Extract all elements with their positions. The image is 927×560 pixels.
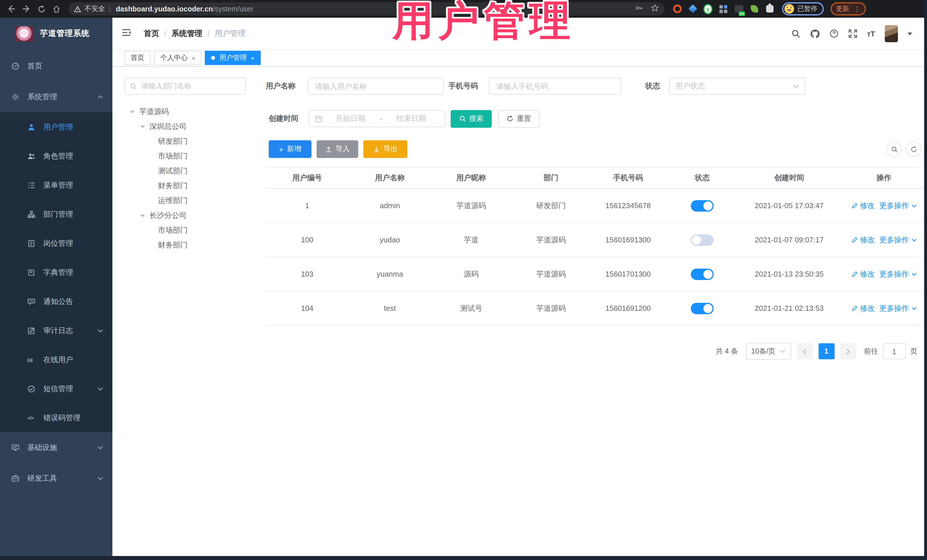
edit-link[interactable]: 修改 [851, 200, 875, 211]
extension-onetab-icon[interactable]: on [734, 4, 743, 14]
more-actions-link[interactable]: 更多操作 [879, 269, 916, 279]
breadcrumb-system[interactable]: 系统管理 [172, 29, 202, 39]
status-toggle[interactable] [691, 302, 714, 314]
sidebar-item-users[interactable]: 用户管理 [0, 112, 112, 141]
page-number-button[interactable]: 1 [818, 343, 834, 359]
prev-page-button[interactable] [797, 343, 813, 359]
help-icon[interactable] [829, 29, 838, 38]
sidebar-item-posts[interactable]: 岗位管理 [0, 229, 112, 258]
tree-node-company[interactable]: 深圳总公司 [125, 119, 258, 134]
edit-link[interactable]: 修改 [851, 235, 875, 245]
status-select[interactable]: 用户状态 [669, 77, 805, 95]
sidebar-item-error-codes[interactable]: </> 错误码管理 [0, 403, 112, 432]
bookmark-star-icon[interactable] [651, 4, 659, 14]
caret-down-icon[interactable] [140, 125, 145, 128]
search-button[interactable]: 搜索 [451, 110, 492, 127]
status-toggle[interactable] [691, 200, 714, 211]
avatar-caret-icon[interactable] [907, 32, 912, 35]
tree-node-company[interactable]: 长沙分公司 [125, 208, 258, 223]
sidebar-item-system[interactable]: 系统管理 [0, 82, 112, 112]
username-input[interactable] [314, 81, 438, 91]
browser-profile-chip[interactable]: 已暂停 [782, 2, 824, 15]
date-range-picker[interactable]: 开始日期 - 结束日期 [308, 110, 445, 127]
caret-down-icon[interactable] [130, 110, 135, 113]
username-field[interactable] [307, 77, 444, 95]
status-toggle[interactable] [691, 268, 714, 280]
more-actions-link[interactable]: 更多操作 [879, 235, 916, 245]
sidebar-collapse-icon[interactable] [122, 28, 131, 39]
user-avatar[interactable] [885, 25, 898, 42]
url-bar[interactable]: 不安全 dashboard.yudao.iocoder.cn/system/us… [68, 2, 664, 15]
export-button[interactable]: 导出 [363, 140, 407, 158]
sidebar-item-infrastructure[interactable]: 基础设施 [0, 432, 112, 463]
goto-page-input[interactable] [883, 343, 906, 359]
breadcrumb-separator: / [164, 29, 167, 38]
sidebar-item-notices[interactable]: 通知公告 [0, 287, 112, 316]
tree-node-dept[interactable]: 研发部门 [125, 134, 258, 149]
reset-button[interactable]: 重置 [498, 110, 539, 127]
refresh-table-button[interactable] [906, 141, 921, 157]
edit-link[interactable]: 修改 [851, 303, 875, 313]
tab-profile[interactable]: 个人中心 × [154, 51, 202, 65]
fullscreen-icon[interactable] [848, 29, 857, 38]
tree-node-root[interactable]: 芋道源码 [125, 104, 258, 119]
kebab-menu-icon[interactable]: ⋮ [854, 6, 860, 12]
extensions-puzzle-icon[interactable] [765, 4, 774, 14]
sidebar-item-home[interactable]: 首页 [0, 51, 112, 82]
tree-node-dept[interactable]: 财务部门 [125, 179, 258, 193]
browser-update-button[interactable]: 更新 ⋮ [830, 2, 866, 15]
mobile-input[interactable] [495, 81, 615, 91]
window-right-scrollbar[interactable] [924, 0, 927, 560]
add-button[interactable]: + 新增 [269, 140, 312, 158]
tree-node-dept[interactable]: 运维部门 [125, 193, 258, 208]
close-icon[interactable]: × [251, 55, 254, 61]
sidebar-item-sms[interactable]: 短信管理 [0, 374, 112, 403]
sidebar-item-online-users[interactable]: (a) 在线用户 [0, 345, 112, 374]
sidebar-item-audit-logs[interactable]: 审计日志 [0, 316, 112, 345]
font-size-icon[interactable]: тT [867, 29, 875, 38]
mobile-field[interactable] [489, 77, 621, 95]
caret-down-icon[interactable] [140, 214, 145, 217]
sidebar-item-dev-tools[interactable]: 研发工具 [0, 463, 112, 494]
mobile-label: 手机号码 [448, 81, 484, 91]
extension-ubuntu-icon[interactable] [673, 4, 682, 14]
tab-user-management[interactable]: 用户管理 × [205, 51, 261, 65]
close-icon[interactable]: × [191, 55, 195, 61]
tree-node-dept[interactable]: 市场部门 [125, 149, 258, 164]
search-icon[interactable] [791, 29, 800, 38]
department-search[interactable] [125, 77, 246, 95]
extension-grid-icon[interactable] [719, 4, 728, 14]
import-button[interactable]: 导入 [317, 140, 358, 158]
more-actions-link[interactable]: 更多操作 [879, 303, 916, 313]
tab-home[interactable]: 首页 [125, 51, 150, 65]
github-icon[interactable] [810, 29, 819, 38]
sidebar-item-menus[interactable]: 菜单管理 [0, 170, 112, 200]
breadcrumb-home[interactable]: 首页 [144, 29, 159, 39]
app-logo-row[interactable]: 芋道管理系统 [0, 18, 112, 50]
more-actions-link[interactable]: 更多操作 [879, 200, 916, 211]
page-size-select[interactable]: 10条/页 [746, 343, 791, 360]
sidebar-item-departments[interactable]: 部门管理 [0, 200, 112, 229]
extension-leaf-icon[interactable] [749, 4, 759, 14]
status-toggle[interactable] [691, 234, 714, 246]
tree-node-dept[interactable]: 市场部门 [125, 223, 258, 238]
url-path[interactable]: /system/user [213, 5, 253, 13]
key-icon[interactable] [635, 4, 643, 14]
tree-node-dept[interactable]: 财务部门 [125, 238, 258, 253]
forward-icon[interactable] [22, 5, 31, 13]
cell-dept: 芋道源码 [511, 269, 591, 279]
toggle-search-icon-button[interactable] [886, 141, 902, 157]
url-host[interactable]: dashboard.yudao.iocoder.cn [116, 5, 213, 13]
next-page-button[interactable] [840, 343, 856, 359]
department-search-input[interactable] [140, 82, 241, 91]
sidebar-item-dicts[interactable]: 字典管理 [0, 258, 112, 287]
extension-gem-icon[interactable] [688, 4, 697, 14]
edit-link[interactable]: 修改 [851, 269, 875, 279]
extension-y-icon[interactable]: y [704, 4, 713, 14]
back-icon[interactable] [7, 5, 15, 13]
home-icon[interactable] [53, 5, 61, 13]
security-label[interactable]: 不安全 [84, 4, 105, 14]
tree-node-dept[interactable]: 测试部门 [125, 164, 258, 179]
sidebar-item-roles[interactable]: 角色管理 [0, 141, 112, 170]
reload-icon[interactable] [38, 5, 46, 13]
